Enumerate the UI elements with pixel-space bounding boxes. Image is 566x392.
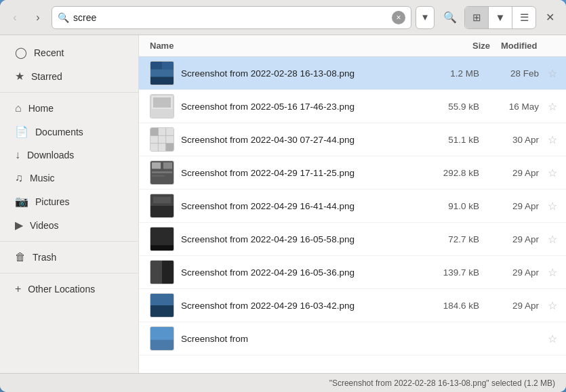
star-icon[interactable]: ☆ — [544, 67, 561, 80]
videos-icon: ▶ — [15, 219, 23, 232]
pictures-icon: 📷 — [15, 195, 28, 208]
sidebar-label-documents: Documents — [35, 127, 83, 137]
sidebar-label-starred: Starred — [31, 71, 62, 82]
svg-rect-27 — [150, 261, 162, 284]
sidebar-divider-1 — [0, 92, 138, 93]
other-locations-icon: + — [15, 283, 21, 295]
list-view-button[interactable]: ☰ — [512, 7, 535, 28]
clear-search-button[interactable]: × — [392, 11, 405, 24]
svg-rect-7 — [153, 97, 171, 108]
table-row[interactable]: Screenshot from 2022-02-28 16-13-08.png … — [139, 57, 566, 90]
close-button[interactable]: ✕ — [539, 7, 561, 28]
star-icon[interactable]: ☆ — [544, 299, 561, 312]
main-content: ◯ Recent ★ Starred ⌂ Home 📄 Documents ↓ … — [0, 35, 566, 373]
file-size: 72.7 kB — [429, 234, 490, 244]
sidebar-item-pictures[interactable]: 📷 Pictures — [4, 190, 134, 213]
sidebar-item-music[interactable]: ♫ Music — [4, 167, 134, 189]
table-row[interactable]: Screenshot from 2022-04-30 07-27-44.png … — [139, 123, 566, 156]
file-size: 51.1 kB — [429, 135, 490, 145]
sidebar-divider-2 — [0, 241, 138, 242]
star-icon[interactable]: ☆ — [544, 167, 561, 179]
svg-rect-4 — [150, 77, 174, 85]
svg-rect-31 — [150, 305, 174, 317]
sidebar-label-music: Music — [30, 173, 55, 183]
star-icon[interactable]: ☆ — [544, 200, 561, 213]
svg-rect-24 — [150, 227, 174, 245]
star-icon[interactable]: ☆ — [544, 233, 561, 246]
sidebar-item-home[interactable]: ⌂ Home — [4, 97, 134, 119]
sidebar-item-trash[interactable]: 🗑 Trash — [4, 246, 134, 268]
file-name: Screenshot from 2022-04-29 16-41-44.png — [181, 201, 429, 211]
file-modified: 29 Apr — [490, 301, 544, 311]
table-row[interactable]: Screenshot from 2022-04-29 16-03-42.png … — [139, 289, 566, 322]
sidebar-label-pictures: Pictures — [35, 196, 70, 207]
sidebar-label-other-locations: Other Locations — [28, 284, 95, 295]
col-header-modified: Modified — [501, 41, 555, 51]
starred-icon: ★ — [15, 70, 24, 83]
svg-rect-2 — [162, 62, 174, 69]
star-icon[interactable]: ☆ — [544, 332, 561, 345]
file-name: Screenshot from 2022-02-28 16-13-08.png — [181, 68, 429, 79]
file-modified: 29 Apr — [490, 168, 544, 178]
sidebar-item-starred[interactable]: ★ Starred — [4, 65, 134, 87]
file-name: Screenshot from 2022-04-29 16-03-42.png — [181, 301, 429, 311]
search-dropdown-button[interactable]: ▼ — [416, 6, 434, 29]
table-row[interactable]: Screenshot from 2022-05-16 17-46-23.png … — [139, 90, 566, 123]
sidebar-label-recent: Recent — [34, 47, 64, 58]
file-thumbnail — [150, 227, 174, 251]
search-input[interactable] — [73, 12, 388, 23]
sidebar-item-downloads[interactable]: ↓ Downloads — [4, 144, 134, 166]
sidebar-label-home: Home — [28, 103, 54, 114]
status-bar: "Screenshot from 2022-02-28 16-13-08.png… — [0, 373, 566, 392]
grid-view-button[interactable]: ⊞ — [465, 7, 488, 28]
star-icon[interactable]: ☆ — [544, 133, 561, 146]
search-toggle-button[interactable]: 🔍 — [439, 6, 462, 29]
trash-icon: 🗑 — [15, 251, 26, 263]
file-thumbnail — [150, 293, 174, 318]
back-button[interactable]: ‹ — [5, 8, 24, 27]
star-icon[interactable]: ☆ — [544, 266, 561, 279]
table-row[interactable]: Screenshot from 2022-04-29 16-05-36.png … — [139, 256, 566, 289]
file-modified: 29 Apr — [490, 201, 544, 211]
search-box: 🔍 × — [52, 6, 411, 29]
file-size: 1.2 MB — [429, 68, 490, 79]
svg-rect-13 — [150, 128, 158, 135]
file-thumbnail — [150, 61, 174, 85]
sidebar: ◯ Recent ★ Starred ⌂ Home 📄 Documents ↓ … — [0, 35, 139, 373]
file-size: 55.9 kB — [429, 102, 490, 112]
sidebar-item-videos[interactable]: ▶ Videos — [4, 214, 134, 236]
file-name: Screenshot from 2022-04-29 17-11-25.png — [181, 168, 429, 178]
sidebar-item-documents[interactable]: 📄 Documents — [4, 121, 134, 143]
svg-rect-30 — [150, 294, 174, 305]
sidebar-divider-3 — [0, 273, 138, 274]
file-modified: 30 Apr — [490, 135, 544, 145]
status-text: "Screenshot from 2022-02-28 16-13-08.png… — [329, 378, 555, 388]
documents-icon: 📄 — [15, 125, 28, 138]
file-name: Screenshot from 2022-05-16 17-46-23.png — [181, 102, 429, 112]
toolbar-actions: 🔍 ⊞ ▼ ☰ ✕ — [439, 6, 561, 29]
view-dropdown-button[interactable]: ▼ — [489, 7, 512, 28]
file-list-header: Name Size Modified — [139, 35, 566, 57]
col-header-size: Size — [440, 41, 501, 51]
svg-rect-22 — [153, 197, 171, 203]
sidebar-item-other-locations[interactable]: + Other Locations — [4, 278, 134, 300]
svg-rect-17 — [163, 162, 172, 169]
table-row[interactable]: Screenshot from 2022-04-29 16-05-58.png … — [139, 223, 566, 256]
table-row[interactable]: Screenshot from 2022-04-29 16-41-44.png … — [139, 190, 566, 223]
svg-rect-16 — [152, 162, 161, 169]
forward-button[interactable]: › — [28, 8, 47, 27]
downloads-icon: ↓ — [15, 149, 20, 161]
svg-rect-28 — [162, 261, 174, 284]
sidebar-label-videos: Videos — [30, 220, 59, 231]
table-row[interactable]: Screenshot from 2022-04-29 17-11-25.png … — [139, 156, 566, 190]
file-thumbnail — [150, 160, 174, 185]
file-modified: 28 Feb — [490, 68, 544, 79]
sidebar-item-recent[interactable]: ◯ Recent — [4, 41, 134, 64]
star-icon[interactable]: ☆ — [544, 100, 561, 113]
file-modified: 29 Apr — [490, 267, 544, 278]
table-row[interactable]: Screenshot from ☆ — [139, 322, 566, 355]
svg-rect-1 — [150, 62, 162, 69]
file-modified: 29 Apr — [490, 234, 544, 244]
toolbar: ‹ › 🔍 × ▼ 🔍 ⊞ ▼ ☰ ✕ — [0, 0, 566, 35]
file-name: Screenshot from 2022-04-29 16-05-58.png — [181, 234, 429, 244]
